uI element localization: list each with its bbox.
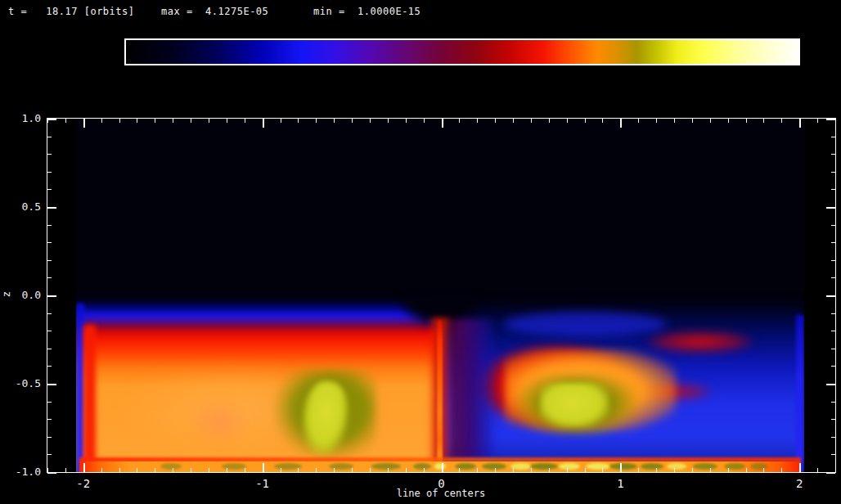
x-axis-tick (442, 463, 443, 472)
x-axis-tick (119, 119, 120, 123)
layer-right-vortex-core (540, 383, 609, 428)
simulation-figure: t = 18.17 [orbits] max = 4.1275E-05 min … (0, 0, 841, 504)
bottom-speckle (609, 463, 637, 470)
y-axis-tick (47, 437, 52, 438)
x-axis-tick (746, 468, 747, 472)
x-axis-tick (567, 468, 568, 472)
time-readout: t = 18.17 [orbits] (8, 6, 135, 17)
bottom-speckle (434, 463, 446, 470)
x-axis-tick (155, 119, 155, 123)
layer-left-salmon-patch (191, 401, 248, 442)
x-axis-tick (638, 468, 639, 472)
y-axis-tick (831, 242, 835, 243)
bottom-speckle (222, 463, 246, 470)
y-tick-label: 0.5 (22, 200, 41, 213)
x-axis-tick (692, 468, 693, 472)
x-axis-tick (602, 468, 603, 472)
y-tick-label: -1.0 (16, 466, 41, 478)
y-axis-tick (831, 419, 835, 420)
x-axis-tick (370, 119, 371, 123)
y-axis-tick (831, 454, 835, 455)
x-axis-tick (119, 468, 120, 472)
x-tick-label: 1 (617, 477, 623, 490)
bottom-speckle (750, 463, 768, 470)
y-axis-tick (47, 277, 52, 278)
x-axis-tick (817, 468, 818, 472)
y-axis-tick (47, 419, 52, 420)
x-axis-tick (549, 468, 550, 472)
x-axis-tick (352, 119, 353, 123)
y-axis-tick (47, 119, 56, 120)
x-axis-tick (406, 468, 407, 472)
y-axis-tick (831, 331, 835, 331)
x-axis-tick (585, 119, 586, 123)
x-axis-tick (83, 463, 85, 472)
x-axis-tick (692, 119, 693, 123)
x-axis-tick (710, 468, 711, 472)
x-tick-label: 2 (796, 477, 803, 490)
y-axis-tick (47, 295, 56, 297)
layer-central-spike (437, 320, 443, 461)
x-axis-tick (65, 468, 66, 472)
x-axis-tick (245, 119, 245, 123)
y-axis-tick (826, 384, 835, 385)
x-axis-tick (728, 119, 729, 123)
x-axis-tick (424, 119, 425, 123)
bottom-speckle (455, 463, 476, 470)
layer-left-edge-red (83, 325, 96, 472)
x-axis-tick (513, 468, 514, 472)
x-axis-tick (477, 119, 478, 123)
y-axis-tick (826, 119, 835, 120)
y-axis-tick (831, 172, 835, 173)
x-axis-tick (781, 119, 782, 123)
y-axis-tick (47, 172, 52, 173)
y-axis-tick (47, 225, 52, 226)
y-tick-label: 1.0 (22, 112, 41, 124)
bottom-speckle (586, 463, 610, 470)
x-axis-tick (567, 119, 568, 123)
x-axis-tick (298, 468, 299, 472)
y-axis-tick (826, 295, 835, 297)
x-axis-tick (835, 468, 836, 472)
x-axis-tick (674, 468, 675, 472)
x-axis-tick (191, 119, 191, 123)
y-axis-tick (47, 207, 56, 209)
x-axis-tick (298, 119, 299, 123)
x-axis-tick (477, 468, 478, 472)
bottom-speckle (667, 463, 686, 470)
y-axis-tick (47, 454, 52, 455)
y-axis-tick (831, 402, 835, 403)
bottom-speckle (329, 463, 353, 470)
layer-right-blue-arc (503, 312, 667, 336)
y-axis-tick (47, 384, 56, 385)
y-axis-tick (47, 313, 52, 314)
x-axis-tick (191, 468, 191, 472)
y-axis-tick (826, 207, 835, 209)
bottom-speckle (724, 463, 745, 470)
y-axis-tick (831, 154, 835, 155)
y-axis-tick (47, 260, 52, 261)
y-axis-tick (831, 313, 835, 314)
x-axis-tick (763, 468, 764, 472)
x-axis-tick (817, 119, 818, 123)
x-axis-tick (513, 119, 514, 123)
bottom-speckle (413, 463, 431, 470)
x-axis-tick (531, 119, 532, 123)
y-axis-title: z (0, 291, 12, 298)
bottom-speckle (693, 463, 717, 470)
x-axis-tick (459, 468, 460, 472)
x-axis-tick (209, 119, 209, 123)
x-axis-tick (495, 468, 496, 472)
y-axis-tick (47, 242, 52, 243)
x-axis-tick (316, 468, 317, 472)
x-axis-tick (656, 468, 657, 472)
x-axis-tick (638, 119, 639, 123)
bottom-speckle (160, 463, 182, 470)
x-axis-title: line of centers (397, 488, 485, 499)
x-axis-tick (728, 468, 729, 472)
y-axis-tick (47, 349, 52, 349)
y-axis-tick (831, 277, 835, 278)
y-axis-tick (831, 437, 835, 438)
y-axis-tick (831, 349, 835, 349)
x-axis-tick (835, 119, 836, 123)
